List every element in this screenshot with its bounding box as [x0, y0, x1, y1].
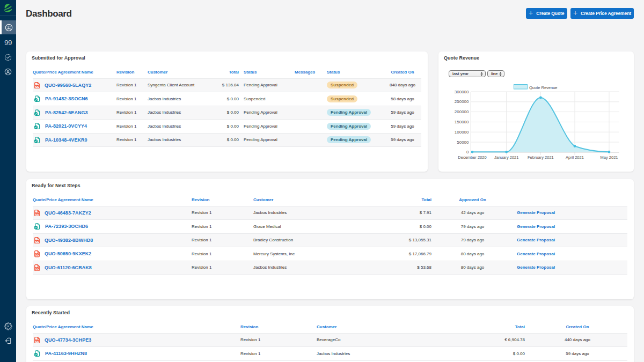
svg-text:300000: 300000: [455, 90, 469, 94]
svg-text:250000: 250000: [455, 99, 469, 104]
svg-text:December 2020: December 2020: [458, 155, 486, 160]
svg-text:0: 0: [466, 150, 469, 154]
svg-text:Quote Revenue: Quote Revenue: [529, 85, 558, 90]
svg-text:May 2021: May 2021: [601, 155, 618, 160]
svg-text:100000: 100000: [455, 130, 469, 135]
svg-text:April 2021: April 2021: [566, 155, 584, 160]
svg-text:200000: 200000: [455, 109, 469, 114]
svg-text:50000: 50000: [457, 140, 469, 145]
svg-text:January 2021: January 2021: [494, 155, 518, 160]
svg-text:February 2021: February 2021: [528, 155, 554, 160]
svg-text:150000: 150000: [455, 120, 469, 124]
